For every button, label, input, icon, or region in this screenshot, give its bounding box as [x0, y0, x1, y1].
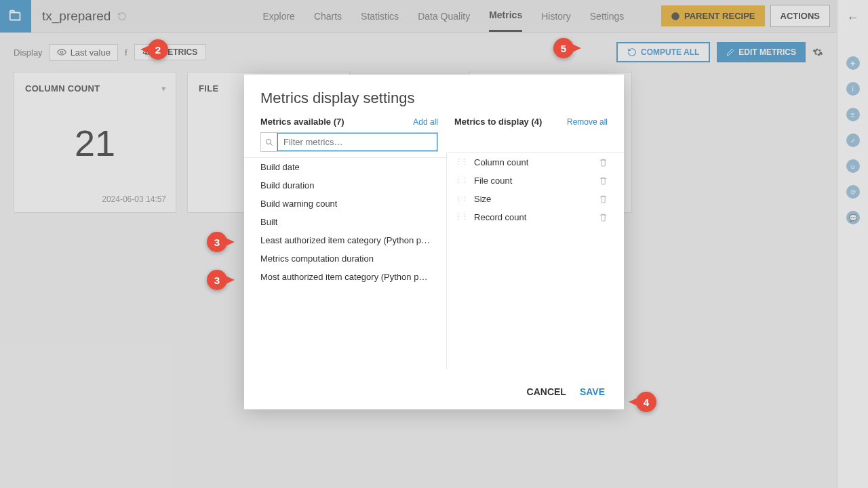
display-list: ⋮⋮ Column count ⋮⋮ File count ⋮⋮ Size — [446, 152, 624, 369]
display-metric[interactable]: ⋮⋮ Column count — [447, 153, 624, 171]
available-metric[interactable]: Build date — [244, 158, 446, 176]
display-column: Metrics to display (4) Remove all ⋮⋮ Col… — [446, 117, 624, 374]
trash-icon[interactable] — [599, 176, 608, 185]
available-list: Build date Build duration Build warning … — [244, 157, 446, 374]
modal-footer: CANCEL SAVE — [244, 374, 624, 409]
display-title: Metrics to display (4) — [454, 117, 542, 127]
display-metric-label: Record count — [474, 212, 526, 222]
display-metric[interactable]: ⋮⋮ Record count — [447, 208, 624, 226]
remove-all-link[interactable]: Remove all — [567, 117, 608, 127]
display-metric[interactable]: ⋮⋮ Size — [447, 190, 624, 208]
callout-3b: 3 — [207, 270, 227, 290]
drag-handle-icon[interactable]: ⋮⋮ — [455, 195, 467, 203]
display-metric-label: Size — [474, 194, 491, 204]
drag-handle-icon[interactable]: ⋮⋮ — [455, 176, 467, 185]
cancel-button[interactable]: CANCEL — [527, 386, 566, 397]
available-metric[interactable]: Build warning count — [244, 195, 446, 213]
trash-icon[interactable] — [599, 213, 608, 222]
callout-4: 4 — [636, 392, 656, 412]
available-metric[interactable]: Built — [244, 213, 446, 231]
svg-point-2 — [266, 139, 271, 144]
add-all-link[interactable]: Add all — [413, 117, 438, 127]
trash-icon[interactable] — [599, 158, 608, 167]
available-metric[interactable]: Least authorized item category (Python p… — [244, 231, 446, 249]
drag-handle-icon[interactable]: ⋮⋮ — [455, 213, 467, 222]
save-button[interactable]: SAVE — [580, 386, 605, 397]
available-metric[interactable]: Most authorized item category (Python p… — [244, 268, 446, 286]
available-metric[interactable]: Build duration — [244, 176, 446, 195]
filter-metrics-input[interactable] — [277, 133, 437, 151]
filter-row — [260, 132, 438, 152]
display-metric-label: File count — [474, 176, 512, 186]
modal-columns: Metrics available (7) Add all Build date… — [244, 117, 624, 374]
callout-3a: 3 — [207, 232, 227, 252]
trash-icon[interactable] — [599, 195, 608, 203]
drag-handle-icon[interactable]: ⋮⋮ — [455, 158, 467, 167]
callout-5: 5 — [553, 38, 574, 58]
available-title: Metrics available (7) — [260, 117, 344, 127]
available-column: Metrics available (7) Add all Build date… — [244, 117, 446, 374]
modal-title: Metrics display settings — [244, 75, 624, 117]
display-metric[interactable]: ⋮⋮ File count — [447, 171, 624, 190]
callout-2: 2 — [148, 39, 168, 60]
search-icon — [261, 133, 277, 151]
display-metric-label: Column count — [474, 157, 528, 167]
metrics-display-settings-modal: Metrics display settings Metrics availab… — [244, 75, 624, 409]
available-metric[interactable]: Metrics computation duration — [244, 249, 446, 268]
